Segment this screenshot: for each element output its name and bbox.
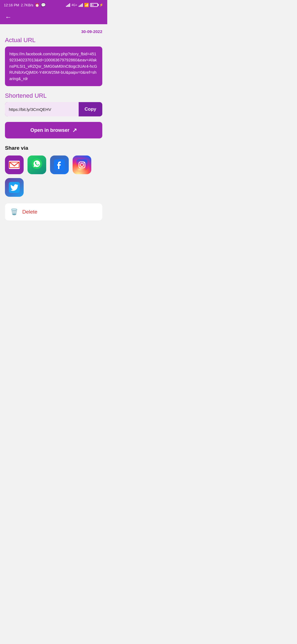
charging-icon: ⚡ <box>99 3 103 7</box>
twitter-svg <box>9 182 20 193</box>
delete-label: Delete <box>22 209 37 215</box>
gmail-icon <box>9 161 20 169</box>
instagram-svg <box>76 159 87 170</box>
copy-button[interactable]: Copy <box>79 102 103 116</box>
shortened-url-section: Shortened URL https://bit.ly/3CmQEHV Cop… <box>5 92 102 116</box>
signal-bars-2 <box>79 3 83 7</box>
external-link-icon: ↗︎ <box>72 127 77 133</box>
facebook-svg <box>54 159 65 170</box>
alarm-icon: ⏰ <box>35 3 39 7</box>
whatsapp-svg <box>31 158 42 169</box>
shortened-url-row: https://bit.ly/3CmQEHV Copy <box>5 102 102 116</box>
time-label: 12:16 PM <box>4 3 19 7</box>
share-instagram-button[interactable] <box>73 155 91 174</box>
shortened-url-label: Shortened URL <box>5 92 102 99</box>
svg-rect-4 <box>76 159 87 170</box>
share-via-label: Share via <box>5 145 102 151</box>
actual-url-box: https://m.facebook.com/story.php?story_f… <box>5 47 102 86</box>
battery-percent: 12 <box>91 4 94 6</box>
whatsapp-status-icon: 💬 <box>41 3 46 7</box>
whatsapp-icon <box>31 158 42 172</box>
trash-icon: 🗑️ <box>10 208 18 215</box>
actual-url-label: Actual URL <box>5 37 102 44</box>
main-content: 30-09-2022 Actual URL https://m.facebook… <box>0 24 107 229</box>
open-in-browser-label: Open in browser <box>30 127 69 133</box>
network-type-label: 4G+ <box>72 3 77 7</box>
delete-button[interactable]: 🗑️ Delete <box>5 203 102 220</box>
signal-bars-1 <box>66 3 70 7</box>
date-label: 30-09-2022 <box>5 29 102 34</box>
network-speed: 2.7KB/s <box>21 3 34 7</box>
shortened-url-value: https://bit.ly/3CmQEHV <box>5 102 79 116</box>
status-bar: 12:16 PM 2.7KB/s ⏰ 💬 4G+ 📶 12 ⚡ <box>0 0 107 10</box>
share-twitter-button[interactable] <box>5 178 24 197</box>
share-facebook-button[interactable] <box>50 155 69 174</box>
svg-point-7 <box>84 162 84 163</box>
share-whatsapp-button[interactable] <box>28 155 46 174</box>
status-left: 12:16 PM 2.7KB/s ⏰ 💬 <box>4 3 46 7</box>
app-header: ← <box>0 10 107 24</box>
share-icons-row <box>5 155 102 197</box>
back-button[interactable]: ← <box>5 14 12 20</box>
battery-icon: 12 <box>90 3 98 7</box>
share-gmail-button[interactable] <box>5 155 24 174</box>
open-in-browser-button[interactable]: Open in browser ↗︎ <box>5 122 102 138</box>
wifi-icon: 📶 <box>84 3 89 7</box>
status-right: 4G+ 📶 12 ⚡ <box>66 3 103 7</box>
